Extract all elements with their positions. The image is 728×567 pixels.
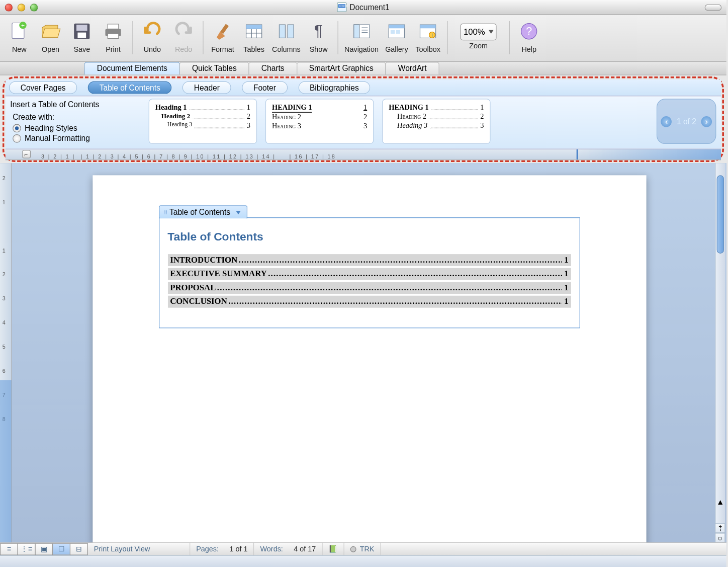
pager-prev-button[interactable]: ‹ [661, 116, 672, 127]
undo-icon [140, 19, 165, 44]
status-spellcheck-button[interactable]: 📗 [322, 542, 344, 555]
document-area: 2 1 1 2 3 4 5 6 7 8 ⁞⁞ Table of Contents [0, 163, 726, 554]
ribbon-tab-smartart[interactable]: SmartArt Graphics [297, 62, 386, 74]
ribbon-tabs: Document Elements Quick Tables Charts Sm… [0, 62, 726, 75]
subribbon-table-of-contents[interactable]: Table of Contents [88, 82, 172, 94]
vertical-ruler[interactable]: 2 1 1 2 3 4 5 6 7 8 [0, 163, 12, 554]
columns-button[interactable]: Columns [269, 18, 303, 55]
svg-rect-20 [353, 25, 359, 38]
book-check-icon: 📗 [328, 545, 337, 553]
subribbon-bibliographies[interactable]: Bibliographies [298, 82, 370, 94]
vertical-scrollbar[interactable]: ▲ ▼ [715, 163, 725, 554]
svg-text:?: ? [526, 25, 532, 37]
help-button[interactable]: ? Help [513, 18, 544, 55]
ribbon-tab-quick-tables[interactable]: Quick Tables [179, 62, 249, 74]
horizontal-ruler[interactable]: ⌐ 3 | 2 | 1 | | 1 | 2 | 3 | 4 | 5 | 6 | … [6, 149, 721, 160]
status-track-changes[interactable]: TRK [344, 542, 381, 555]
document-icon [337, 3, 346, 12]
document-page[interactable]: ⁞⁞ Table of Contents Table of Contents I… [93, 175, 646, 554]
toc-insert-label: Insert a Table of Contents [10, 99, 148, 111]
main-toolbar: + New Open Save Print Undo Redo Format [0, 15, 726, 62]
subribbon-footer[interactable]: Footer [242, 82, 287, 94]
ribbon-tab-charts[interactable]: Charts [249, 62, 297, 74]
zoom-control[interactable]: 100% Zoom [451, 18, 506, 51]
ribbon-tab-document-elements[interactable]: Document Elements [84, 62, 180, 74]
columns-icon [274, 19, 299, 44]
chevron-down-icon [489, 30, 494, 34]
save-button[interactable]: Save [66, 18, 98, 55]
svg-text:¶: ¶ [314, 22, 323, 40]
paintbrush-icon [210, 19, 235, 44]
svg-rect-6 [108, 24, 119, 29]
svg-rect-25 [389, 25, 404, 28]
toc-template-2[interactable]: HEADING 11 Heading 22 Heading 33 [265, 99, 374, 144]
new-button[interactable]: + New [4, 18, 35, 55]
svg-rect-8 [108, 34, 119, 39]
toc-template-pager: ‹ 1 of 2 › [657, 99, 716, 144]
subribbon-header[interactable]: Header [183, 82, 231, 94]
toc-field-tab[interactable]: ⁞⁞ Table of Contents [158, 205, 247, 218]
ribbon-tab-wordart[interactable]: WordArt [386, 62, 439, 74]
toolbar-toggle-lozenge[interactable] [705, 4, 722, 11]
gallery-button[interactable]: Gallery [381, 18, 412, 55]
toc-radio-manual-formatting[interactable]: Manual Formatting [10, 133, 148, 143]
view-outline-button[interactable]: ⋮≡ [18, 543, 36, 555]
grip-icon: ⁞⁞ [164, 208, 166, 216]
toolbox-button[interactable]: i Toolbox [412, 18, 443, 55]
undo-button[interactable]: Undo [137, 18, 168, 55]
view-draft-button[interactable]: ≡ [0, 543, 18, 555]
svg-text:i: i [431, 32, 432, 38]
show-button[interactable]: ¶ Show [303, 18, 334, 55]
page-canvas[interactable]: ⁞⁞ Table of Contents Table of Contents I… [12, 163, 726, 554]
toc-entry[interactable]: PROPOSAL................................… [167, 282, 571, 294]
toc-entry[interactable]: INTRODUCTION............................… [167, 254, 571, 266]
svg-rect-27 [396, 30, 400, 34]
status-bar: ≡ ⋮≡ ▣ ☐ ⊟ Print Layout View Pages: 1 of… [0, 542, 726, 555]
toc-template-gallery: Heading 11 Heading 22 Heading 33 HEADING… [149, 99, 657, 144]
subribbon-cover-pages[interactable]: Cover Pages [9, 82, 77, 94]
help-icon: ? [516, 19, 541, 44]
floppy-disk-icon [69, 19, 95, 44]
view-print-layout-button[interactable]: ☐ [52, 543, 70, 555]
view-notebook-button[interactable]: ⊟ [70, 543, 88, 555]
record-dot-icon [350, 546, 356, 552]
status-view-label: Print Layout View [88, 542, 190, 555]
toc-entry[interactable]: EXECUTIVE SUMMARY.......................… [167, 268, 571, 280]
print-button[interactable]: Print [98, 18, 129, 55]
redo-button: Redo [168, 18, 199, 55]
radio-off-icon [13, 134, 21, 142]
toc-field-box[interactable]: Table of Contents INTRODUCTION..........… [158, 217, 580, 328]
tab-stop-selector[interactable]: ⌐ [22, 150, 31, 158]
previous-page-button[interactable]: ⇡ [715, 523, 725, 533]
printer-icon [101, 19, 126, 44]
gallery-icon [384, 19, 409, 44]
toc-entry[interactable]: CONCLUSION..............................… [167, 296, 571, 308]
toc-template-3[interactable]: HEADING 11 Heading 22 Heading 33 [382, 99, 490, 144]
horizontal-scrollbar[interactable] [0, 555, 726, 567]
svg-rect-9 [220, 24, 229, 34]
format-button[interactable]: Format [207, 18, 238, 55]
open-button[interactable]: Open [35, 18, 66, 55]
toc-title: Table of Contents [167, 230, 571, 243]
scrollbar-thumb[interactable] [717, 175, 724, 254]
chevron-down-icon[interactable] [236, 210, 241, 214]
toolbox-icon: i [415, 19, 440, 44]
titlebar: Document1 [0, 0, 726, 15]
pager-next-button[interactable]: › [701, 116, 712, 127]
minimize-window-button[interactable] [18, 4, 26, 12]
view-publishing-button[interactable]: ▣ [35, 543, 53, 555]
close-window-button[interactable] [5, 4, 13, 12]
select-browse-object-button[interactable]: ○ [715, 533, 725, 542]
navigation-button[interactable]: Navigation [342, 18, 381, 55]
view-mode-buttons: ≡ ⋮≡ ▣ ☐ ⊟ [0, 543, 88, 555]
scroll-up-arrow[interactable]: ▲ [716, 497, 724, 507]
highlighted-ribbon-region: Cover Pages Table of Contents Header Foo… [3, 76, 724, 162]
status-pages[interactable]: Pages: 1 of 1 [190, 542, 254, 555]
svg-rect-15 [246, 25, 262, 29]
tables-button[interactable]: Tables [238, 18, 269, 55]
toc-radio-heading-styles[interactable]: Heading Styles [10, 123, 148, 133]
status-words[interactable]: Words: 4 of 17 [254, 542, 323, 555]
toc-template-1[interactable]: Heading 11 Heading 22 Heading 33 [149, 99, 257, 144]
zoom-window-button[interactable] [30, 4, 38, 12]
svg-rect-29 [420, 25, 436, 28]
